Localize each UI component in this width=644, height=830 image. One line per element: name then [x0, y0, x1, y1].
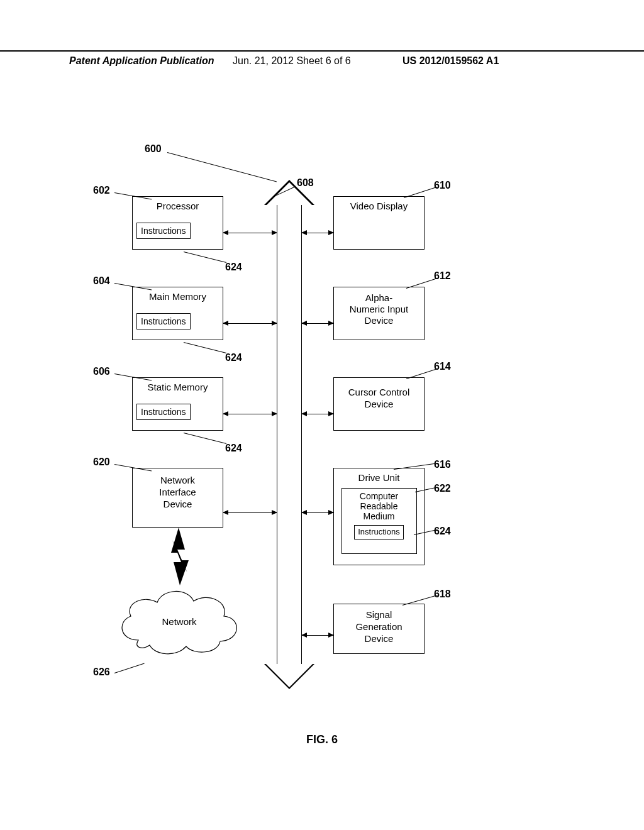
drive-unit-box: Drive Unit Computer Readable Medium Inst… [333, 468, 425, 565]
crm-label: Computer Readable Medium [360, 491, 398, 521]
processor-label: Processor [157, 201, 199, 211]
main-memory-label: Main Memory [149, 291, 206, 302]
crm-box: Computer Readable Medium Instructions [341, 488, 417, 554]
ref-618: 618 [434, 589, 451, 600]
main-memory-box: Main Memory Instructions [132, 287, 223, 340]
svg-marker-0 [171, 528, 189, 585]
video-display-label: Video Display [350, 201, 408, 211]
alpha-box: Alpha- Numeric Input Device [333, 287, 425, 340]
ref-624d: 624 [434, 526, 451, 537]
ref-614: 614 [434, 361, 451, 372]
conn-nid-bus [223, 512, 277, 513]
conn-signal-bus [302, 635, 333, 636]
conn-alpha-bus [302, 323, 333, 324]
conn-mainmem-bus [223, 323, 277, 324]
figure-caption: FIG. 6 [0, 733, 644, 746]
leader-624c [184, 433, 226, 444]
video-display-box: Video Display [333, 196, 425, 250]
lightning-bolt-icon [170, 528, 195, 588]
ref-612: 612 [434, 270, 451, 282]
header-center: Jun. 21, 2012 Sheet 6 of 6 [233, 55, 351, 67]
figure-6-diagram: 600 608 Processor Instructions 602 624 M… [82, 138, 560, 717]
leader-600 [167, 152, 277, 182]
system-bus [277, 205, 302, 664]
conn-drive-bus [302, 512, 333, 513]
ref-604: 604 [93, 275, 110, 287]
drive-unit-label: Drive Unit [358, 472, 400, 483]
static-memory-box: Static Memory Instructions [132, 377, 223, 431]
nid-box: Network Interface Device [132, 468, 223, 528]
ref-624a: 624 [225, 262, 242, 273]
page-header: Patent Application Publication Jun. 21, … [0, 50, 644, 67]
processor-instructions-box: Instructions [136, 223, 191, 239]
ref-616: 616 [434, 459, 451, 470]
conn-video-bus [302, 233, 333, 233]
ref-608: 608 [297, 177, 314, 189]
ref-624b: 624 [225, 352, 242, 363]
header-left: Patent Application Publication [0, 55, 214, 67]
alpha-label: Alpha- Numeric Input Device [350, 292, 408, 326]
header-right: US 2012/0159562 A1 [402, 55, 499, 67]
leader-626 [114, 663, 145, 673]
network-label: Network [113, 616, 245, 627]
ref-610: 610 [434, 180, 451, 191]
leader-624b [184, 342, 226, 353]
processor-box: Processor Instructions [132, 196, 223, 250]
network-cloud: Network [113, 584, 245, 659]
ref-622: 622 [434, 483, 451, 494]
main-memory-instructions-box: Instructions [136, 313, 191, 329]
signal-gen-label: Signal Generation Device [355, 609, 402, 645]
leader-624a [184, 252, 226, 263]
ref-602: 602 [93, 185, 110, 196]
ref-620: 620 [93, 456, 110, 468]
conn-processor-bus [223, 233, 277, 233]
nid-label: Network Interface Device [159, 475, 196, 510]
ref-626: 626 [93, 667, 110, 678]
ref-606: 606 [93, 366, 110, 377]
cursor-box: Cursor Control Device [333, 377, 425, 431]
signal-gen-box: Signal Generation Device [333, 604, 425, 654]
static-memory-label: Static Memory [148, 382, 208, 392]
conn-cursor-bus [302, 414, 333, 414]
crm-instructions-box: Instructions [354, 525, 403, 540]
conn-staticmem-bus [223, 414, 277, 414]
static-memory-instructions-box: Instructions [136, 404, 191, 420]
cursor-label: Cursor Control Device [348, 387, 410, 411]
ref-624c: 624 [225, 443, 242, 454]
ref-600: 600 [145, 143, 162, 155]
